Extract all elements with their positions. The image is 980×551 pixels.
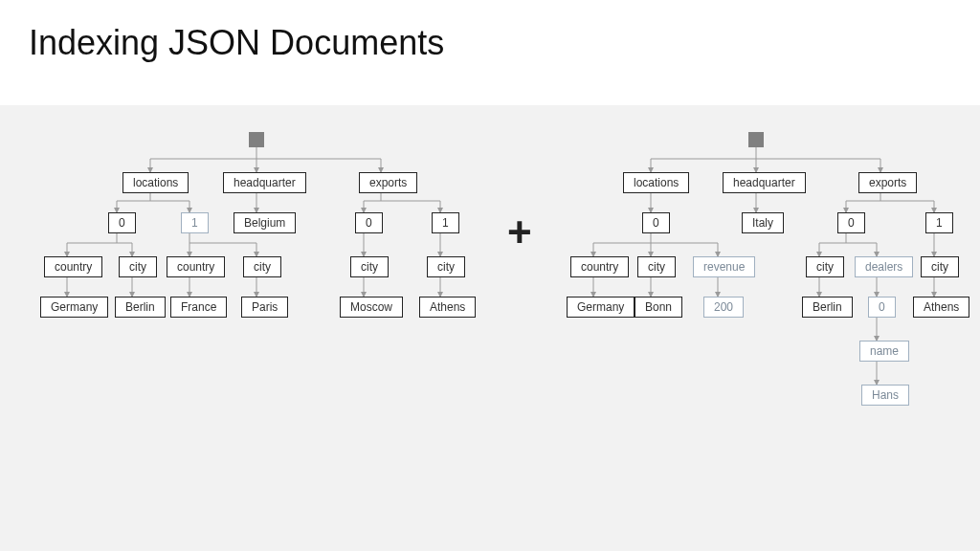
leaf-bonn: Bonn bbox=[635, 297, 682, 318]
node-exports-r: exports bbox=[858, 172, 917, 193]
node-dealers: dealers bbox=[855, 256, 913, 277]
leaf-berlin: Berlin bbox=[115, 297, 166, 318]
node-loc-1: 1 bbox=[181, 212, 209, 233]
plus-icon: + bbox=[507, 209, 532, 256]
root-square-left bbox=[249, 132, 264, 147]
leaf-moscow: Moscow bbox=[340, 297, 403, 318]
node-hq-italy: Italy bbox=[742, 212, 784, 233]
slide-title: Indexing JSON Documents bbox=[29, 23, 444, 63]
node-headquarter: headquarter bbox=[223, 172, 306, 193]
node-exp-0: 0 bbox=[355, 212, 383, 233]
node-exp-1-r: 1 bbox=[925, 212, 953, 233]
leaf-dealer-0: 0 bbox=[868, 297, 896, 318]
leaf-berlin-r: Berlin bbox=[802, 297, 853, 318]
node-city-d: city bbox=[427, 256, 465, 277]
node-city-b-r: city bbox=[806, 256, 844, 277]
node-hq-belgium: Belgium bbox=[234, 212, 296, 233]
leaf-germany-r: Germany bbox=[567, 297, 635, 318]
diagram-canvas: locations headquarter exports 0 1 Belgiu… bbox=[0, 105, 980, 551]
leaf-france: France bbox=[170, 297, 227, 318]
leaf-paris: Paris bbox=[241, 297, 288, 318]
node-country-r: country bbox=[570, 256, 629, 277]
node-country-a: country bbox=[44, 256, 102, 277]
root-square-right bbox=[748, 132, 764, 147]
leaf-athens: Athens bbox=[419, 297, 476, 318]
leaf-germany: Germany bbox=[40, 297, 108, 318]
node-headquarter-r: headquarter bbox=[723, 172, 806, 193]
node-locations: locations bbox=[122, 172, 189, 193]
node-name: name bbox=[859, 341, 909, 362]
node-city-a-r: city bbox=[637, 256, 676, 277]
node-exports: exports bbox=[359, 172, 417, 193]
leaf-hans: Hans bbox=[861, 385, 909, 406]
node-city-c: city bbox=[350, 256, 389, 277]
node-city-c-r: city bbox=[921, 256, 959, 277]
node-revenue: revenue bbox=[693, 256, 755, 277]
node-exp-0-r: 0 bbox=[837, 212, 865, 233]
node-city-a: city bbox=[119, 256, 157, 277]
node-exp-1: 1 bbox=[432, 212, 459, 233]
leaf-athens-r: Athens bbox=[913, 297, 969, 318]
leaf-200: 200 bbox=[703, 297, 744, 318]
node-loc-0-r: 0 bbox=[642, 212, 670, 233]
node-country-b: country bbox=[167, 256, 225, 277]
node-city-b: city bbox=[243, 256, 281, 277]
node-locations-r: locations bbox=[623, 172, 689, 193]
node-loc-0: 0 bbox=[108, 212, 136, 233]
